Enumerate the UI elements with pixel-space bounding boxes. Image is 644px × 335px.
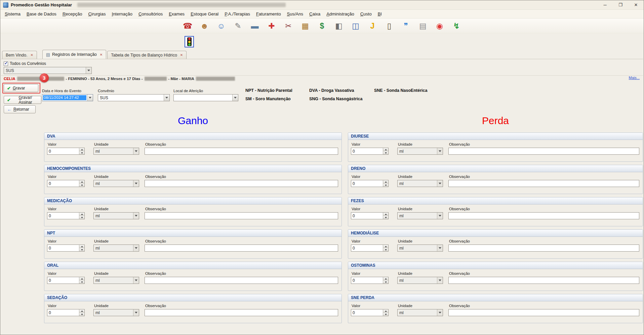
unidade-select[interactable]: ml	[93, 148, 139, 155]
medical-records-icon[interactable]: ✎	[233, 21, 243, 31]
chevron-down-icon[interactable]	[437, 180, 443, 187]
power-icon[interactable]: ◉	[435, 21, 445, 31]
spin-up-icon[interactable]	[79, 180, 84, 184]
valor-spinner[interactable]: 0	[47, 309, 85, 316]
menu-item-base-de-dados[interactable]: Base de Dados	[24, 10, 59, 18]
chevron-down-icon[interactable]	[133, 245, 139, 251]
chevron-down-icon[interactable]	[133, 277, 139, 284]
spin-down-icon[interactable]	[79, 216, 84, 219]
hospital-bed-icon[interactable]: ▬	[250, 21, 260, 31]
valor-spinner[interactable]: 0	[351, 277, 389, 284]
unidade-select[interactable]: ml	[397, 245, 443, 252]
spin-up-icon[interactable]	[383, 148, 388, 151]
spin-down-icon[interactable]	[383, 281, 388, 284]
todos-convenios-checkbox[interactable]	[4, 62, 8, 66]
observacao-input[interactable]	[145, 309, 338, 316]
valor-spinner[interactable]: 0	[47, 277, 85, 284]
unidade-select[interactable]: ml	[93, 277, 139, 284]
report-icon[interactable]: ▤	[418, 21, 428, 31]
unidade-select[interactable]: ml	[397, 309, 443, 316]
tab-bem-vindo[interactable]: Bem Vindo.✕	[2, 51, 37, 59]
menu-item-cirurgias[interactable]: Cirurgias	[85, 10, 109, 18]
chevron-down-icon[interactable]	[133, 309, 139, 316]
valor-spinner[interactable]: 0	[47, 180, 85, 187]
valor-spinner[interactable]: 0	[47, 245, 85, 252]
spin-down-icon[interactable]	[383, 248, 388, 251]
unidade-select[interactable]: ml	[397, 277, 443, 284]
retornar-button[interactable]: ← Retornar	[4, 105, 36, 113]
unidade-select[interactable]: ml	[397, 148, 443, 155]
spin-down-icon[interactable]	[383, 216, 388, 219]
valor-spinner[interactable]: 0	[351, 309, 389, 316]
reception-icon[interactable]: ☻	[199, 21, 209, 31]
observacao-input[interactable]	[448, 148, 639, 155]
chevron-down-icon[interactable]	[437, 277, 443, 284]
menu-item-estoque-geral[interactable]: Estoque Geral	[188, 10, 222, 18]
traffic-light-icon[interactable]	[185, 36, 194, 47]
chevron-down-icon[interactable]	[437, 245, 443, 251]
maximize-button[interactable]: ❐	[613, 0, 628, 9]
spin-up-icon[interactable]	[383, 180, 388, 184]
chevron-down-icon[interactable]	[133, 213, 139, 219]
close-button[interactable]: ✕	[628, 0, 644, 9]
valor-spinner[interactable]: 0	[351, 245, 389, 252]
doctor-icon[interactable]: ☺	[216, 21, 226, 31]
spin-up-icon[interactable]	[79, 309, 84, 313]
valor-spinner[interactable]: 0	[351, 212, 389, 219]
emergency-phone-icon[interactable]: ☎	[183, 21, 193, 31]
spin-up-icon[interactable]	[79, 277, 84, 281]
unidade-select[interactable]: ml	[93, 245, 139, 252]
chevron-down-icon[interactable]	[133, 180, 139, 187]
menu-item-custo[interactable]: Custo	[357, 10, 375, 18]
menu-item-p-a-terapias[interactable]: P.A./Terapias	[222, 10, 253, 18]
convenio-select[interactable]: SUS	[98, 94, 170, 101]
unidade-select[interactable]: ml	[397, 180, 443, 187]
convenio-filter-select[interactable]: SUS	[4, 67, 92, 74]
chevron-down-icon[interactable]	[437, 309, 443, 316]
spin-down-icon[interactable]	[79, 313, 84, 316]
valor-spinner[interactable]: 0	[351, 148, 389, 155]
unidade-select[interactable]: ml	[93, 212, 139, 219]
event-datetime-input[interactable]: 08/11/2024 14:27:42	[42, 94, 93, 101]
menu-item-caixa[interactable]: Caixa	[306, 10, 323, 18]
tab-registros-de-internacao[interactable]: ▤Registros de Internação✕	[42, 50, 106, 59]
observacao-input[interactable]	[448, 245, 639, 252]
observacao-input[interactable]	[448, 309, 639, 316]
unidade-select[interactable]: ml	[93, 309, 139, 316]
spin-down-icon[interactable]	[79, 151, 84, 154]
menu-item-sus-ans[interactable]: Sus/Ans	[284, 10, 306, 18]
menu-item-administracao[interactable]: Administração	[323, 10, 357, 18]
spin-up-icon[interactable]	[383, 245, 388, 248]
surgery-icon[interactable]: ✂	[283, 21, 293, 31]
menu-item-exames[interactable]: Exames	[166, 10, 188, 18]
spin-down-icon[interactable]	[79, 248, 84, 251]
unidade-select[interactable]: ml	[397, 212, 443, 219]
safe-icon[interactable]: ◧	[334, 21, 344, 31]
menu-item-bi[interactable]: BI	[375, 10, 385, 18]
tab-close-icon[interactable]: ✕	[30, 53, 33, 57]
chevron-down-icon[interactable]	[86, 67, 91, 74]
spin-up-icon[interactable]	[383, 309, 388, 313]
menu-item-faturamento[interactable]: Faturamento	[253, 10, 284, 18]
chevron-down-icon[interactable]	[164, 95, 169, 101]
valor-spinner[interactable]: 0	[47, 148, 85, 155]
valor-spinner[interactable]: 0	[351, 180, 389, 187]
ambulance-icon[interactable]: ✚	[267, 21, 277, 31]
observacao-input[interactable]	[448, 277, 639, 284]
gravar-button[interactable]: ✔ Gravar	[4, 84, 38, 92]
tab-close-icon[interactable]: ✕	[180, 53, 183, 57]
billing-icon[interactable]: $	[317, 21, 327, 31]
bi-chart-icon[interactable]: ↯	[451, 21, 461, 31]
spin-up-icon[interactable]	[79, 245, 84, 248]
chevron-down-icon[interactable]	[437, 213, 443, 219]
local-afericao-select[interactable]	[173, 94, 238, 101]
gravar-assinar-button[interactable]: ✔ Gravar/ Assinar	[4, 96, 41, 104]
spin-up-icon[interactable]	[79, 213, 84, 216]
unidade-select[interactable]: ml	[93, 180, 139, 187]
observacao-input[interactable]	[145, 180, 338, 187]
chevron-down-icon[interactable]	[437, 148, 443, 154]
observacao-input[interactable]	[145, 245, 338, 252]
valor-spinner[interactable]: 0	[47, 212, 85, 219]
spin-down-icon[interactable]	[383, 313, 388, 316]
minimize-button[interactable]: ─	[597, 0, 613, 9]
